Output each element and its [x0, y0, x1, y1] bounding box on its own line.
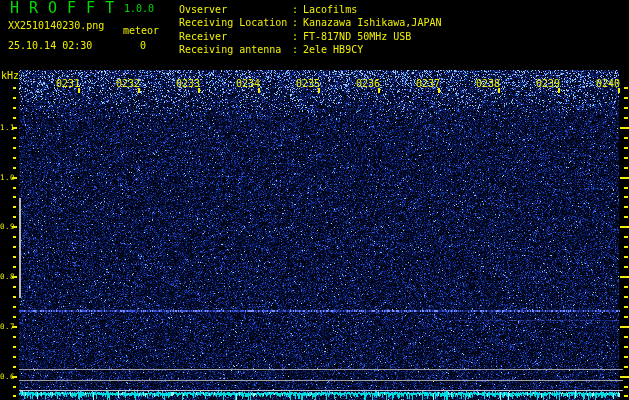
y-axis-tick-right — [624, 246, 628, 248]
y-axis-tick-right — [624, 356, 628, 358]
y-axis-tick-right — [624, 336, 628, 338]
app-title: HROFFT — [10, 1, 124, 16]
echo-count: 0 — [140, 41, 146, 51]
y-axis-tick-left — [13, 196, 16, 198]
y-axis-tick-right — [624, 206, 628, 208]
info-value: Kanazawa Ishikawa,JAPAN — [303, 17, 441, 28]
y-axis-tick-left — [13, 266, 16, 268]
mode-label: meteor — [123, 26, 159, 36]
y-axis-tick-left — [13, 117, 16, 119]
y-axis-tick-right — [624, 266, 628, 268]
y-axis-tick-left — [13, 395, 16, 397]
y-axis-tick-right — [624, 216, 628, 218]
hrofft-output-image: kHz 023102320233023402350236023702380239… — [0, 0, 629, 400]
y-axis-tick-left — [13, 236, 16, 238]
y-axis-tick-right — [620, 326, 629, 328]
x-axis-tick — [378, 88, 380, 93]
y-axis-label: 1.1 — [0, 124, 14, 132]
y-axis-tick-left — [13, 87, 16, 89]
y-axis-tick-right — [624, 196, 628, 198]
x-axis-tick — [438, 88, 440, 93]
y-axis-tick-right — [624, 366, 628, 368]
y-axis-tick-right — [624, 286, 628, 288]
y-axis-tick-left — [13, 366, 16, 368]
y-axis-tick-right — [624, 87, 628, 89]
x-axis-tick — [318, 88, 320, 93]
info-row-location: Receiving Location:Kanazawa Ishikawa,JAP… — [179, 16, 441, 29]
app-version: 1.0.0 — [124, 4, 154, 14]
y-axis-tick-left — [13, 167, 16, 169]
info-separator: : — [292, 3, 303, 16]
output-filename: XX2510140230.png — [8, 21, 104, 31]
y-axis-tick-right — [624, 316, 628, 318]
y-axis-tick-left — [13, 356, 16, 358]
y-axis-tick-right — [624, 296, 628, 298]
info-row-antenna: Receiving antenna:2ele HB9CY — [179, 43, 441, 56]
x-axis-tick — [138, 88, 140, 93]
y-axis-tick-right — [624, 256, 628, 258]
y-axis-tick-right — [624, 157, 628, 159]
y-axis-tick-left — [13, 187, 16, 189]
y-axis-label: 1.0 — [0, 174, 14, 182]
y-axis-tick-left — [13, 206, 16, 208]
y-axis-tick-right — [624, 97, 628, 99]
y-axis-tick-left — [13, 107, 16, 109]
y-axis-tick-left — [13, 386, 16, 388]
y-axis-tick-right — [624, 117, 628, 119]
y-axis-tick-left — [13, 137, 16, 139]
info-row-receiver: Receiver:FT-817ND 50MHz USB — [179, 30, 441, 43]
y-axis-tick-left — [13, 157, 16, 159]
y-axis-label: 0.8 — [0, 273, 14, 281]
y-axis-tick-right — [624, 386, 628, 388]
y-axis-tick-right — [620, 276, 629, 278]
y-axis-tick-left — [13, 336, 16, 338]
y-axis-tick-left — [13, 286, 16, 288]
info-separator: : — [292, 43, 303, 56]
y-axis-tick-left — [13, 256, 16, 258]
y-axis-tick-right — [624, 395, 628, 397]
y-axis-tick-left — [13, 316, 16, 318]
y-axis-tick-left — [13, 246, 16, 248]
info-value: FT-817ND 50MHz USB — [303, 31, 411, 42]
x-axis-tick — [198, 88, 200, 93]
y-axis-label: 0.6 — [0, 373, 14, 381]
y-axis-label: 0.7 — [0, 323, 14, 331]
x-axis-tick — [558, 88, 560, 93]
y-axis-label: 0.9 — [0, 223, 14, 231]
y-axis-tick-right — [624, 306, 628, 308]
y-axis-tick-right — [624, 147, 628, 149]
station-info: Ovserver:Lacofilms Receiving Location:Ka… — [179, 3, 441, 56]
y-axis-tick-right — [620, 376, 629, 378]
y-axis-tick-left — [13, 346, 16, 348]
y-axis-tick-right — [620, 177, 629, 179]
info-separator: : — [292, 16, 303, 29]
info-label: Receiving antenna — [179, 43, 292, 56]
info-label: Receiving Location — [179, 16, 292, 29]
info-value: Lacofilms — [303, 4, 357, 15]
y-axis-tick-right — [624, 236, 628, 238]
observation-datetime: 25.10.14 02:30 — [8, 41, 92, 51]
x-axis-tick — [498, 88, 500, 93]
y-axis-tick-right — [624, 107, 628, 109]
y-axis-tick-left — [13, 306, 16, 308]
y-axis-tick-right — [624, 346, 628, 348]
y-axis-tick-right — [624, 187, 628, 189]
info-row-observer: Ovserver:Lacofilms — [179, 3, 441, 16]
axes-layer: kHz 023102320233023402350236023702380239… — [0, 0, 629, 400]
y-axis-tick-right — [620, 226, 629, 228]
info-label: Receiver — [179, 30, 292, 43]
x-axis-tick — [78, 88, 80, 93]
y-axis-tick-left — [13, 216, 16, 218]
x-axis-tick — [618, 88, 620, 93]
y-axis-tick-right — [620, 127, 629, 129]
y-axis-tick-left — [13, 147, 16, 149]
y-axis-tick-right — [624, 137, 628, 139]
y-axis-tick-left — [13, 97, 16, 99]
y-axis-tick-right — [624, 167, 628, 169]
x-axis-tick — [258, 88, 260, 93]
y-axis-tick-left — [13, 296, 16, 298]
info-separator: : — [292, 30, 303, 43]
y-axis-unit-label: kHz — [1, 71, 19, 81]
info-label: Ovserver — [179, 3, 292, 16]
info-value: 2ele HB9CY — [303, 44, 363, 55]
